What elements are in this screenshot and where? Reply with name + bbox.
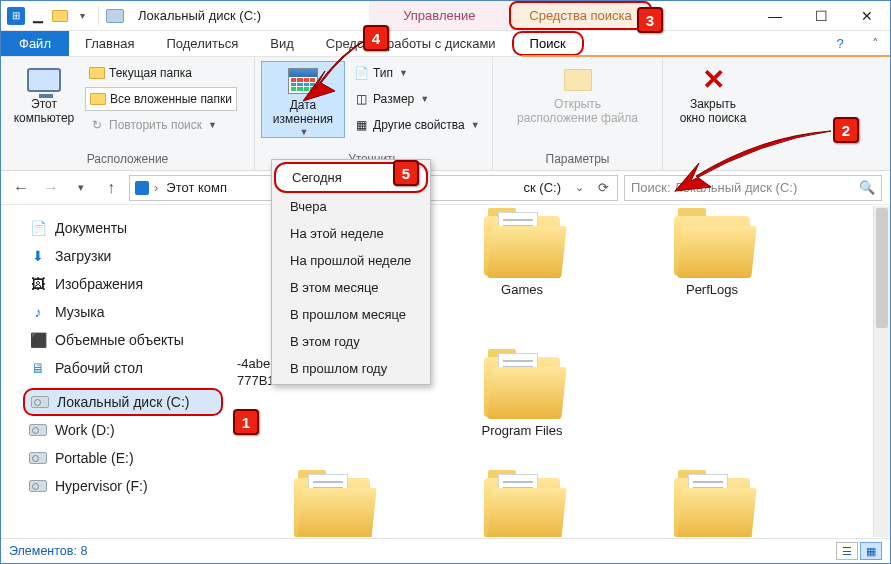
folder-icon: [484, 216, 560, 276]
drive-icon: [29, 478, 47, 494]
pictures-icon: 🖼: [29, 276, 47, 292]
nav-music[interactable]: ♪Музыка: [23, 298, 223, 326]
item-count: Элементов: 8: [9, 544, 87, 558]
nav-drive-f[interactable]: Hypervisor (F:): [23, 472, 223, 500]
callout-5: 5: [393, 160, 419, 186]
type-icon: 📄: [353, 65, 369, 81]
view-large-icons-button[interactable]: ▦: [860, 542, 882, 560]
nav-documents[interactable]: 📄Документы: [23, 214, 223, 242]
all-subfolders-button[interactable]: Все вложенные папки: [85, 87, 237, 111]
folder-item[interactable]: Games: [457, 216, 587, 297]
folder-icon: [484, 357, 560, 417]
ribbon-tabs: Файл Главная Поделиться Вид Средства раб…: [1, 31, 890, 57]
minimize-button[interactable]: —: [752, 1, 798, 30]
folder-open-icon: [561, 65, 595, 95]
drive-icon: [106, 7, 124, 25]
context-tab-search-tools[interactable]: Средства поиска: [509, 1, 651, 30]
folder-icon: [674, 216, 750, 276]
title-bar: ⊞ ▁ ▾ Локальный диск (C:) Управление Сре…: [1, 1, 890, 31]
other-properties-button[interactable]: ▦ Другие свойства▼: [349, 113, 484, 137]
drive-icon: [29, 450, 47, 466]
music-icon: ♪: [29, 304, 47, 320]
up-button[interactable]: ↑: [99, 176, 123, 200]
search-icon[interactable]: 🔍: [859, 180, 875, 195]
folder-item[interactable]: [267, 478, 397, 537]
tab-file[interactable]: Файл: [1, 31, 69, 56]
calendar-icon: [286, 66, 320, 96]
tab-drive-tools[interactable]: Средства работы с дисками: [310, 31, 512, 56]
callout-4: 4: [363, 25, 389, 51]
search-placeholder: Поиск: Локальный диск (C:): [631, 180, 797, 195]
forward-button[interactable]: →: [39, 176, 63, 200]
downloads-icon: ⬇: [29, 248, 47, 264]
folder-item[interactable]: PerfLogs: [647, 216, 777, 297]
dropdown-item-this-month[interactable]: В этом месяце: [274, 274, 428, 301]
documents-icon: 📄: [29, 220, 47, 236]
group-label-location: Расположение: [1, 150, 254, 170]
tab-view[interactable]: Вид: [254, 31, 310, 56]
dropdown-item-last-month[interactable]: В прошлом месяце: [274, 301, 428, 328]
open-file-location-button: Открыть расположение файла: [503, 61, 653, 126]
this-pc-button[interactable]: Этот компьютер: [7, 61, 81, 126]
folder-icon: [674, 478, 750, 537]
breadcrumb-tail[interactable]: ск (C:): [520, 180, 565, 195]
dropdown-item-last-week[interactable]: На прошлой неделе: [274, 247, 428, 274]
navigation-bar: ← → ▾ ↑ › Этот комп ск (C:) ⌄ ⟳ Поиск: Л…: [1, 171, 890, 205]
context-tab-manage[interactable]: Управление: [369, 1, 509, 30]
date-modified-button[interactable]: Дата изменения▼: [261, 61, 345, 138]
nav-desktop[interactable]: 🖥Рабочий стол: [23, 354, 223, 382]
folder-item[interactable]: [457, 478, 587, 537]
help-button[interactable]: ?: [820, 31, 860, 56]
vertical-scrollbar[interactable]: [873, 206, 890, 537]
close-search-button[interactable]: ✕ Закрыть окно поиска: [676, 61, 750, 126]
current-folder-button[interactable]: Текущая папка: [85, 61, 237, 85]
drive-icon: [134, 180, 150, 196]
breadcrumb-root[interactable]: Этот комп: [162, 180, 231, 195]
date-modified-dropdown: Сегодня Вчера На этой неделе На прошлой …: [271, 159, 431, 385]
chevron-down-icon: ▼: [208, 120, 217, 130]
callout-3: 3: [637, 7, 663, 33]
dropdown-item-this-year[interactable]: В этом году: [274, 328, 428, 355]
qat-properties-icon[interactable]: ▁: [29, 7, 47, 25]
recent-locations-button[interactable]: ▾: [69, 176, 93, 200]
nav-pictures[interactable]: 🖼Изображения: [23, 270, 223, 298]
dropdown-item-this-week[interactable]: На этой неделе: [274, 220, 428, 247]
folder-item[interactable]: Program Files: [457, 357, 587, 438]
nav-drive-d[interactable]: Work (D:): [23, 416, 223, 444]
address-dropdown-icon[interactable]: ⌄: [569, 181, 590, 194]
separator: [98, 7, 99, 25]
size-button[interactable]: ◫ Размер▼: [349, 87, 484, 111]
close-button[interactable]: ✕: [844, 1, 890, 30]
tab-home[interactable]: Главная: [69, 31, 150, 56]
drive-icon: [31, 394, 49, 410]
folder-icon: [294, 478, 370, 537]
view-details-button[interactable]: ☰: [836, 542, 858, 560]
nav-3d-objects[interactable]: ⬛Объемные объекты: [23, 326, 223, 354]
nav-downloads[interactable]: ⬇Загрузки: [23, 242, 223, 270]
navigation-pane: 📄Документы ⬇Загрузки 🖼Изображения ♪Музык…: [1, 206, 227, 537]
search-box[interactable]: Поиск: Локальный диск (C:) 🔍: [624, 175, 882, 201]
tab-search[interactable]: Поиск: [512, 31, 584, 56]
status-bar: Элементов: 8 ☰ ▦: [1, 538, 890, 563]
ribbon: Этот компьютер Текущая папка Все вложенн…: [1, 57, 890, 171]
folder-item[interactable]: [647, 478, 777, 537]
callout-2: 2: [833, 117, 859, 143]
collapse-ribbon-button[interactable]: ˄: [860, 31, 890, 56]
refresh-icon: ↻: [89, 117, 105, 133]
nav-drive-e[interactable]: Portable (E:): [23, 444, 223, 472]
refresh-icon[interactable]: ⟳: [594, 180, 613, 195]
group-label-options: Параметры: [493, 150, 662, 170]
qat-newfolder-icon[interactable]: [51, 7, 69, 25]
back-button[interactable]: ←: [9, 176, 33, 200]
dropdown-item-last-year[interactable]: В прошлом году: [274, 355, 428, 382]
qat-customize-icon[interactable]: ▾: [73, 7, 91, 25]
nav-drive-c[interactable]: Локальный диск (C:): [23, 388, 223, 416]
window-title: Локальный диск (C:): [130, 1, 269, 30]
tab-share[interactable]: Поделиться: [150, 31, 254, 56]
monitor-icon: [27, 65, 61, 95]
search-again-button[interactable]: ↻ Повторить поиск ▼: [85, 113, 237, 137]
callout-1: 1: [233, 409, 259, 435]
type-button[interactable]: 📄 Тип▼: [349, 61, 484, 85]
maximize-button[interactable]: ☐: [798, 1, 844, 30]
dropdown-item-yesterday[interactable]: Вчера: [274, 193, 428, 220]
